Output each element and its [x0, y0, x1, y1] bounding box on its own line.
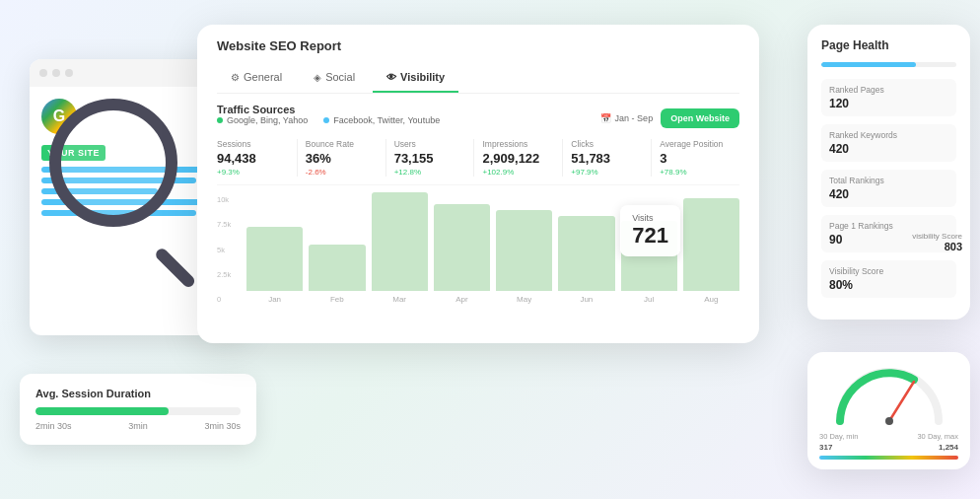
bar-group-feb: Feb — [309, 245, 365, 304]
bar-label-jan: Jan — [268, 295, 281, 304]
traffic-meta: Google, Bing, Yahoo Facebook, Twitter, Y… — [217, 115, 440, 125]
bar-label-aug: Aug — [704, 295, 718, 304]
stat-sessions: Sessions 94,438 +9.3% — [217, 139, 298, 177]
y-label-5: 5k — [217, 246, 231, 254]
traffic-section: Traffic Sources Google, Bing, Yahoo Face… — [197, 94, 759, 343]
y-axis: 0 2.5k 5k 7.5k 10k — [217, 195, 231, 304]
tab-general[interactable]: ⚙ General — [217, 63, 296, 93]
traffic-header: Traffic Sources Google, Bing, Yahoo Face… — [217, 104, 739, 133]
health-progress-bar — [821, 62, 956, 67]
tab-bar: ⚙ General ◈ Social 👁 Visibility — [217, 63, 739, 94]
visits-overlay: Visits 721 — [620, 205, 680, 256]
avg-session-progress-fill — [35, 407, 169, 415]
session-label-start: 2min 30s — [35, 421, 72, 431]
bar-feb — [309, 245, 365, 291]
browser-dot-2 — [52, 69, 60, 77]
health-total-rankings: Total Rankings 420 — [821, 170, 956, 207]
gauge-min-value: 317 — [819, 443, 832, 452]
stat-impressions: Impressions 2,909,122 +102.9% — [474, 139, 563, 177]
bar-group-may: May — [496, 210, 552, 304]
bar-group-mar: Mar — [372, 192, 428, 304]
bar-group-aug: Aug — [683, 198, 739, 304]
y-label-10: 10k — [217, 195, 231, 204]
bar-jun — [558, 216, 614, 291]
browser-dot-3 — [65, 69, 73, 77]
bar-group-jan: Jan — [246, 227, 303, 304]
health-ranked-keywords: Ranked Keywords 420 — [821, 124, 956, 162]
chart-container: 0 2.5k 5k 7.5k 10k JanFebMarAprMayJunJul… — [217, 195, 739, 333]
seo-report-header: Website SEO Report ⚙ General ◈ Social 👁 … — [197, 25, 759, 94]
bar-label-jul: Jul — [644, 295, 654, 304]
bar-label-jun: Jun — [580, 295, 593, 304]
session-label-mid: 3min — [128, 421, 148, 431]
gauge-max-value: 1,254 — [939, 443, 958, 452]
stat-users: Users 73,155 +12.8% — [386, 139, 475, 177]
bar-jan — [246, 227, 303, 291]
avg-session-card: Avg. Session Duration 2min 30s 3min 3min… — [20, 374, 256, 445]
bar-label-mar: Mar — [392, 295, 406, 304]
y-label-75: 7.5k — [217, 220, 231, 229]
bar-group-apr: Apr — [434, 204, 490, 304]
date-range: 📅 Jan - Sep — [600, 113, 654, 123]
bar-apr — [434, 204, 490, 291]
gauge-bottom-bar — [819, 456, 958, 460]
legend-social: Facebook, Twitter, Youtube — [323, 115, 440, 125]
y-label-25: 2.5k — [217, 270, 231, 279]
avg-session-title: Avg. Session Duration — [35, 388, 241, 399]
legend-dot-blue — [323, 117, 329, 123]
stats-row: Sessions 94,438 +9.3% Bounce Rate 36% -2… — [217, 139, 739, 185]
gauge-min-max: 317 1,254 — [819, 443, 958, 452]
stat-bounce-rate: Bounce Rate 36% -2.6% — [298, 139, 386, 177]
open-website-button[interactable]: Open Website — [661, 108, 739, 128]
gauge-svg — [830, 362, 948, 426]
browser-dot-1 — [39, 69, 47, 77]
bar-mar — [372, 192, 428, 291]
svg-line-0 — [889, 382, 914, 421]
health-ranked-pages: Ranked Pages 120 — [821, 79, 956, 116]
legend-dot-green — [217, 117, 223, 123]
tab-social[interactable]: ◈ Social — [300, 63, 369, 93]
eye-icon: 👁 — [386, 72, 396, 83]
health-progress-fill — [821, 62, 916, 67]
svg-point-1 — [885, 417, 893, 425]
avg-session-progress-bar — [35, 407, 241, 415]
page-health-title: Page Health — [821, 38, 956, 52]
bar-label-feb: Feb — [330, 295, 344, 304]
gauge-container — [830, 362, 948, 426]
legend-google: Google, Bing, Yahoo — [217, 115, 308, 125]
seo-report-title: Website SEO Report — [217, 38, 739, 53]
stat-avg-position: Average Position 3 +78.9% — [652, 139, 739, 177]
gauge-min-label: 30 Day, min — [819, 432, 858, 441]
bar-group-jun: Jun — [558, 216, 614, 304]
bar-label-apr: Apr — [455, 295, 467, 304]
bar-may — [496, 210, 552, 291]
health-visibility-score: Visibility Score 80% — [821, 260, 956, 298]
gauge-max-label: 30 Day, max — [917, 432, 958, 441]
calendar-icon: 📅 — [600, 113, 611, 123]
stat-clicks: Clicks 51,783 +97.9% — [563, 139, 652, 177]
traffic-title: Traffic Sources — [217, 104, 440, 115]
social-icon: ◈ — [314, 72, 321, 83]
session-label-end: 3min 30s — [204, 421, 241, 431]
seo-report-card: Website SEO Report ⚙ General ◈ Social 👁 … — [197, 25, 759, 343]
session-labels: 2min 30s 3min 3min 30s — [35, 421, 241, 431]
gear-icon: ⚙ — [231, 72, 240, 83]
tab-visibility[interactable]: 👁 Visibility — [373, 63, 458, 93]
gauge-card: 30 Day, min 30 Day, max 317 1,254 — [807, 352, 970, 469]
gauge-labels: 30 Day, min 30 Day, max — [819, 432, 958, 441]
magnifier — [49, 99, 217, 266]
page-health-card: Page Health Ranked Pages 120 Ranked Keyw… — [807, 25, 970, 320]
bar-label-may: May — [517, 295, 531, 304]
y-label-0: 0 — [217, 295, 231, 304]
bar-aug — [683, 198, 739, 291]
magnifier-circle — [49, 99, 177, 227]
visibility-score-overlay: visibility Score 803 — [912, 232, 962, 252]
